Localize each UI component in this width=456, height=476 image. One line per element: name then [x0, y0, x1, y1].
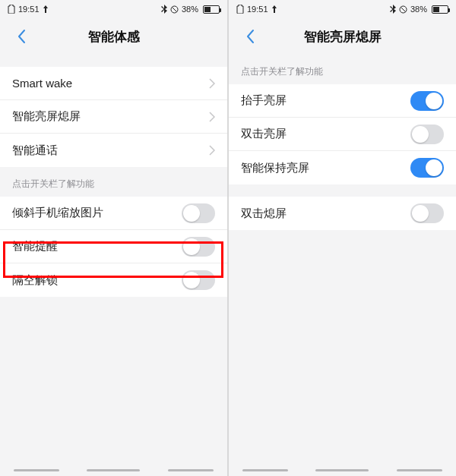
status-time: 19:51	[247, 5, 268, 14]
nav-row-smart-screen[interactable]: 智能亮屏熄屏	[0, 100, 227, 134]
nav-recent[interactable]	[397, 469, 442, 471]
content: Smart wake 智能亮屏熄屏 智能通话 点击开关栏了解功能	[0, 55, 227, 449]
nav-bar	[0, 449, 227, 476]
status-bar: 19:51 38%	[0, 0, 227, 18]
back-button[interactable]	[235, 18, 265, 55]
nav-back[interactable]	[242, 469, 288, 471]
phone-right: 19:51 38% 智能亮屏熄屏 点击开关栏了解功能 抬手亮屏	[229, 0, 456, 476]
nav-back[interactable]	[14, 469, 59, 471]
chevron-right-icon	[209, 112, 215, 122]
toggle-row-smart-remind[interactable]: 智能提醒	[0, 230, 227, 263]
phone-left: 19:51 38% 智能体感 Smart wake	[0, 0, 227, 476]
toggle-switch[interactable]	[410, 203, 444, 223]
upload-icon	[271, 5, 277, 13]
toggle-row-keep-screen-on[interactable]: 智能保持亮屏	[229, 151, 456, 184]
toggle-switch[interactable]	[182, 237, 215, 257]
upload-icon	[43, 5, 49, 13]
row-label: 智能提醒	[12, 239, 58, 254]
toggle-row-double-tap-wake[interactable]: 双击亮屏	[229, 118, 456, 151]
nav-home[interactable]	[87, 469, 140, 471]
toggle-group-a: 抬手亮屏 双击亮屏 智能保持亮屏	[229, 84, 456, 184]
toggle-switch[interactable]	[410, 125, 444, 144]
status-bar: 19:51 38%	[229, 0, 456, 18]
nav-group: Smart wake 智能亮屏熄屏 智能通话	[0, 67, 227, 167]
nav-recent[interactable]	[168, 469, 214, 471]
toggle-row-raise-to-wake[interactable]: 抬手亮屏	[229, 84, 456, 118]
toggle-switch[interactable]	[410, 158, 444, 178]
bluetooth-icon	[161, 5, 167, 14]
bluetooth-icon	[390, 5, 396, 14]
row-label: 智能通话	[12, 143, 58, 158]
row-label: 双击熄屏	[241, 206, 287, 221]
row-label: 倾斜手机缩放图片	[12, 206, 103, 220]
battery-charging-icon	[8, 5, 15, 14]
toggle-row-tilt-zoom[interactable]: 倾斜手机缩放图片	[0, 197, 227, 230]
status-time: 19:51	[18, 5, 40, 14]
chevron-right-icon	[209, 78, 215, 89]
nav-row-smart-call[interactable]: 智能通话	[0, 134, 227, 167]
toggle-row-air-unlock[interactable]: 隔空解锁	[0, 263, 227, 297]
row-label: 智能保持亮屏	[241, 161, 309, 175]
page-title: 智能体感	[88, 28, 140, 46]
toggle-row-double-tap-off[interactable]: 双击熄屏	[229, 197, 456, 230]
toggle-switch[interactable]	[410, 91, 444, 111]
row-label: 抬手亮屏	[241, 93, 287, 108]
row-label: Smart wake	[12, 77, 72, 90]
group-header: 点击开关栏了解功能	[0, 167, 227, 197]
row-label: 隔空解锁	[12, 273, 58, 288]
back-button[interactable]	[6, 18, 36, 55]
nav-home[interactable]	[315, 469, 369, 471]
row-label: 智能亮屏熄屏	[12, 109, 81, 124]
header: 智能体感	[0, 18, 227, 55]
dnd-icon	[399, 5, 407, 14]
header: 智能亮屏熄屏	[229, 18, 456, 55]
battery-icon	[203, 5, 220, 14]
battery-icon	[432, 5, 448, 14]
content: 点击开关栏了解功能 抬手亮屏 双击亮屏 智能保持亮屏 双击熄屏	[229, 55, 456, 449]
chevron-right-icon	[209, 145, 215, 156]
page-title: 智能亮屏熄屏	[304, 28, 382, 46]
nav-row-smart-wake[interactable]: Smart wake	[0, 67, 227, 100]
battery-percent: 38%	[410, 5, 427, 14]
row-label: 双击亮屏	[241, 127, 287, 141]
group-header: 点击开关栏了解功能	[229, 55, 456, 84]
toggle-switch[interactable]	[182, 270, 215, 290]
toggle-switch[interactable]	[182, 203, 215, 223]
battery-percent: 38%	[182, 5, 198, 14]
battery-charging-icon	[236, 5, 244, 14]
dnd-icon	[170, 5, 179, 14]
toggle-group-b: 双击熄屏	[229, 197, 456, 230]
nav-bar	[229, 449, 456, 476]
toggle-group: 倾斜手机缩放图片 智能提醒 隔空解锁	[0, 197, 227, 297]
